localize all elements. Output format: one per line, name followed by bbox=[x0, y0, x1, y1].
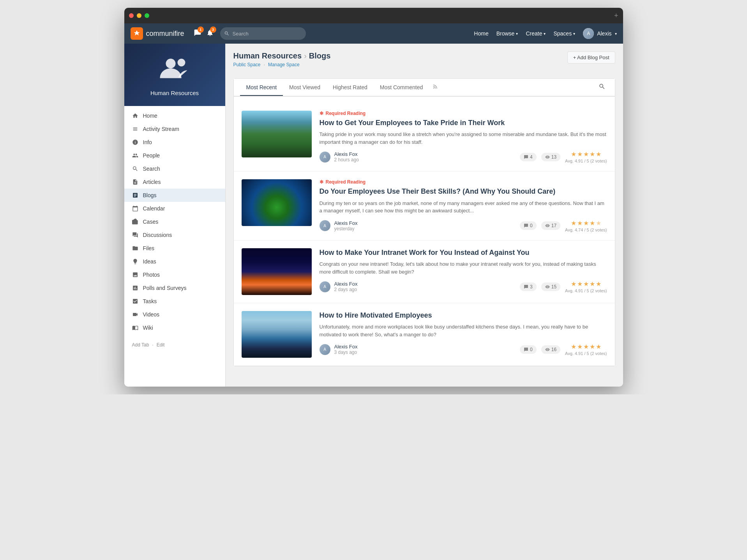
required-label-2: Required Reading bbox=[326, 179, 366, 185]
add-blog-post-button[interactable]: + Add Blog Post bbox=[567, 51, 615, 64]
sidebar-label-blogs: Blogs bbox=[143, 192, 157, 198]
files-icon bbox=[132, 245, 138, 251]
user-menu[interactable]: A Alexis ▾ bbox=[583, 28, 616, 39]
blog-title-4[interactable]: How to Hire Motivated Employees bbox=[320, 311, 607, 320]
new-tab-button[interactable]: + bbox=[614, 12, 618, 20]
add-btn-label: + Add Blog Post bbox=[573, 55, 609, 60]
star-3-4: ★ bbox=[590, 280, 595, 288]
activity-icon bbox=[132, 126, 138, 132]
blog-thumb-img-2 bbox=[242, 179, 312, 226]
space-hero-icon bbox=[159, 54, 190, 87]
comment-icon-2 bbox=[524, 223, 528, 228]
main-layout: Human Resources Home Activity Stream Inf… bbox=[124, 44, 623, 387]
svg-point-0 bbox=[166, 58, 176, 68]
sidebar-item-tasks[interactable]: Tasks bbox=[124, 295, 225, 308]
minimize-button[interactable] bbox=[137, 13, 141, 18]
public-space-link[interactable]: Public Space bbox=[233, 62, 261, 67]
sidebar-item-photos[interactable]: Photos bbox=[124, 268, 225, 281]
star-4-1: ★ bbox=[571, 343, 576, 350]
tab-most-viewed[interactable]: Most Viewed bbox=[283, 79, 327, 96]
sidebar-item-activity-stream[interactable]: Activity Stream bbox=[124, 122, 225, 136]
nav-browse[interactable]: Browse ▾ bbox=[496, 30, 518, 37]
nav-icon-group: 1 3 bbox=[194, 29, 214, 38]
footer-sep: · bbox=[152, 342, 153, 348]
star-3-1: ★ bbox=[571, 280, 576, 288]
notifications-icon-wrap[interactable]: 3 bbox=[206, 29, 214, 38]
edit-link[interactable]: Edit bbox=[157, 342, 165, 348]
comments-count-1: 4 bbox=[520, 153, 537, 161]
blog-excerpt-3: Congrats on your new intranet! Today, le… bbox=[320, 260, 607, 276]
user-avatar-img: A bbox=[583, 28, 594, 39]
blog-author-name-2[interactable]: Alexis Fox bbox=[334, 220, 358, 226]
breadcrumb-space[interactable]: Human Resources bbox=[233, 51, 302, 60]
logo[interactable]: communifire bbox=[131, 27, 184, 40]
blog-content-1: ✻ Required Reading How to Get Your Emplo… bbox=[320, 111, 607, 163]
stars-3: ★ ★ ★ ★ ★ bbox=[571, 280, 601, 288]
blog-title-1[interactable]: How to Get Your Employees to Take Pride … bbox=[320, 118, 607, 127]
page-title-area: Human Resources › Blogs Public Space · M… bbox=[233, 51, 331, 74]
sidebar-item-cases[interactable]: Cases bbox=[124, 215, 225, 228]
browse-caret: ▾ bbox=[516, 32, 518, 36]
sidebar-item-polls[interactable]: Polls and Surveys bbox=[124, 281, 225, 295]
comments-count-2: 0 bbox=[520, 221, 537, 230]
maximize-button[interactable] bbox=[145, 13, 149, 18]
sidebar-item-info[interactable]: Info bbox=[124, 136, 225, 149]
tabs-bar: Most Recent Most Viewed Highest Rated Mo… bbox=[234, 79, 615, 97]
tab-most-commented[interactable]: Most Commented bbox=[374, 79, 429, 96]
sidebar-item-articles[interactable]: Articles bbox=[124, 175, 225, 189]
sidebar-item-people[interactable]: People bbox=[124, 149, 225, 162]
calendar-icon bbox=[132, 205, 138, 212]
space-hero: Human Resources bbox=[124, 44, 225, 106]
hr-icon bbox=[159, 54, 190, 85]
tab-highest-rated[interactable]: Highest Rated bbox=[327, 79, 374, 96]
messages-icon-wrap[interactable]: 1 bbox=[194, 29, 201, 38]
blog-search-button[interactable] bbox=[595, 80, 609, 95]
views-icon-2 bbox=[545, 223, 550, 228]
blog-title-3[interactable]: How to Make Your Intranet Work for You I… bbox=[320, 248, 607, 257]
nav-spaces[interactable]: Spaces ▾ bbox=[553, 30, 575, 37]
views-icon-1 bbox=[545, 155, 550, 159]
blog-title-2[interactable]: Do Your Employees Use Their Best Skills?… bbox=[320, 187, 607, 196]
required-asterisk: ✻ bbox=[320, 111, 323, 116]
comment-icon-3 bbox=[524, 284, 528, 289]
blog-meta-3: A Alexis Fox 2 days ago 3 bbox=[320, 280, 607, 293]
sidebar-item-wiki[interactable]: Wiki bbox=[124, 321, 225, 334]
nav-create[interactable]: Create ▾ bbox=[526, 30, 546, 37]
required-tag-1: ✻ Required Reading bbox=[320, 111, 607, 116]
sub-dot: · bbox=[264, 62, 265, 67]
search-input[interactable] bbox=[220, 27, 306, 40]
blog-rating-2: ★ ★ ★ ★ ★ Avg. 4.74 / 5 (2 votes) bbox=[565, 219, 607, 232]
blog-thumbnail-4 bbox=[242, 311, 312, 358]
blog-meta-4: A Alexis Fox 3 days ago 0 bbox=[320, 343, 607, 356]
blog-author-name-3[interactable]: Alexis Fox bbox=[334, 281, 358, 287]
views-count-1: 13 bbox=[541, 153, 560, 161]
comment-icon-4 bbox=[524, 347, 528, 352]
add-tab-link[interactable]: Add Tab bbox=[132, 342, 149, 348]
sidebar-item-blogs[interactable]: Blogs bbox=[124, 189, 225, 202]
search-wrap bbox=[220, 27, 306, 40]
blog-stats-4: 0 16 ★ ★ bbox=[520, 343, 607, 356]
blog-author-name-4[interactable]: Alexis Fox bbox=[334, 344, 358, 350]
nav-home[interactable]: Home bbox=[474, 30, 488, 37]
search-icon bbox=[224, 31, 230, 36]
sidebar-item-search[interactable]: Search bbox=[124, 162, 225, 175]
sidebar-item-home[interactable]: Home bbox=[124, 109, 225, 122]
stars-2: ★ ★ ★ ★ ★ bbox=[571, 219, 601, 227]
home-icon bbox=[132, 113, 138, 119]
comments-num-1: 4 bbox=[530, 154, 533, 160]
comments-num-3: 3 bbox=[530, 284, 533, 290]
author-meta-4: Alexis Fox 3 days ago bbox=[334, 344, 358, 355]
tab-most-recent[interactable]: Most Recent bbox=[240, 79, 283, 96]
sidebar-item-calendar[interactable]: Calendar bbox=[124, 202, 225, 215]
sidebar-item-files[interactable]: Files bbox=[124, 242, 225, 255]
close-button[interactable] bbox=[129, 13, 134, 18]
sidebar-item-ideas[interactable]: Ideas bbox=[124, 255, 225, 268]
blog-item-2: ✻ Required Reading Do Your Employees Use… bbox=[234, 171, 615, 240]
top-navigation: communifire 1 3 Home Br bbox=[124, 23, 623, 44]
manage-space-link[interactable]: Manage Space bbox=[268, 62, 300, 67]
blog-author-name-1[interactable]: Alexis Fox bbox=[334, 151, 359, 157]
blog-container: Most Recent Most Viewed Highest Rated Mo… bbox=[233, 78, 615, 366]
rss-icon[interactable] bbox=[429, 79, 441, 96]
sidebar-item-discussions[interactable]: Discussions bbox=[124, 228, 225, 242]
sidebar-item-videos[interactable]: Videos bbox=[124, 308, 225, 321]
